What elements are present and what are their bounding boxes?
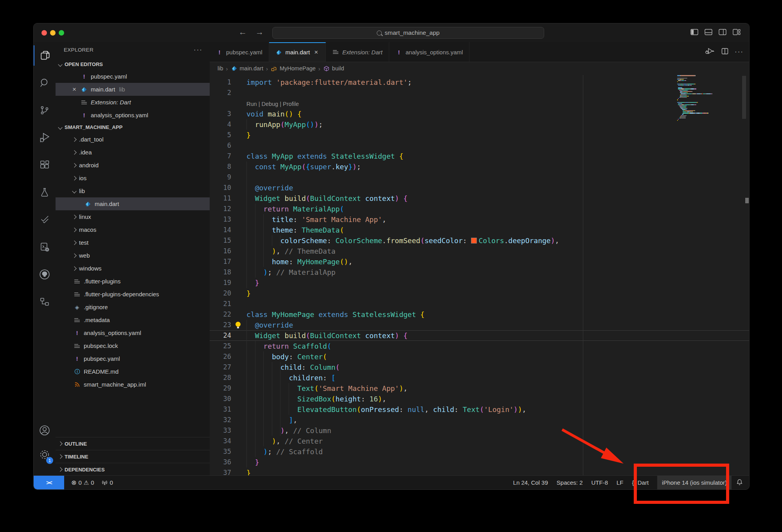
code-line-26[interactable]: 26 body: Center( bbox=[210, 351, 749, 362]
tree-file-flutterplugins[interactable]: .flutter-plugins bbox=[56, 275, 210, 288]
nav-forward-icon[interactable]: → bbox=[255, 27, 264, 37]
code-line-23[interactable]: 23 @override bbox=[210, 320, 749, 330]
activity-item-account[interactable] bbox=[34, 420, 56, 441]
code-line-32[interactable]: 32 ], bbox=[210, 415, 749, 425]
code-line-11[interactable]: 11 Widget build(BuildContext context) { bbox=[210, 193, 749, 204]
close-tab-icon[interactable]: × bbox=[313, 48, 319, 56]
sidebar-more-actions-icon[interactable]: ··· bbox=[194, 42, 203, 58]
tree-folder-web[interactable]: web bbox=[56, 249, 210, 262]
tree-folder-dart_tool[interactable]: .dart_tool bbox=[56, 133, 210, 146]
toggle-panel-icon[interactable] bbox=[705, 29, 712, 36]
ports-indicator[interactable]: 0 bbox=[101, 479, 113, 486]
code-line-9[interactable]: 9 bbox=[210, 172, 749, 183]
toggle-sidebar-icon[interactable] bbox=[690, 29, 698, 36]
activity-item-project-manager[interactable] bbox=[34, 292, 56, 312]
code-line-7[interactable]: 7class MyApp extends StatelessWidget { bbox=[210, 151, 749, 161]
color-swatch[interactable] bbox=[471, 238, 477, 244]
code-line-4[interactable]: 4 runApp(MyApp()); bbox=[210, 119, 749, 130]
code-line-12[interactable]: 12 return MaterialApp( bbox=[210, 204, 749, 214]
code-line-31[interactable]: 31 ElevatedButton(onPressed: null, child… bbox=[210, 404, 749, 415]
customize-layout-icon[interactable] bbox=[733, 29, 741, 36]
open-editor-item[interactable]: !analysis_options.yaml bbox=[56, 109, 210, 122]
code-line-10[interactable]: 10 @override bbox=[210, 183, 749, 193]
breadcrumb-item[interactable]: main.dart bbox=[231, 65, 263, 72]
code-line-24[interactable]: 24 Widget build(BuildContext context) { bbox=[210, 330, 749, 341]
activity-item-explorer[interactable] bbox=[34, 45, 56, 66]
code-line-22[interactable]: 22class MyHomePage extends StatelessWidg… bbox=[210, 309, 749, 320]
code-line-5[interactable]: 5} bbox=[210, 130, 749, 140]
status-item-utf-8[interactable]: UTF-8 bbox=[591, 479, 608, 486]
tab-maindart[interactable]: main.dart× bbox=[269, 42, 326, 62]
editor-more-actions-icon[interactable]: ··· bbox=[735, 48, 744, 56]
tree-file-maindart[interactable]: main.dart bbox=[56, 197, 210, 210]
tree-folder-android[interactable]: android bbox=[56, 159, 210, 172]
code-line-28[interactable]: 28 children: [ bbox=[210, 373, 749, 383]
sidebar-section-timeline[interactable]: TIMELINE bbox=[56, 450, 210, 463]
code-line-16[interactable]: 16 ), // ThemeData bbox=[210, 246, 749, 256]
code-line-18[interactable]: 18 ); // MaterialApp bbox=[210, 267, 749, 278]
code-line-36[interactable]: 36 } bbox=[210, 457, 749, 468]
tree-file-analysis_optionsyaml[interactable]: !analysis_options.yaml bbox=[56, 326, 210, 339]
code-line-15[interactable]: 15 colorScheme: ColorScheme.fromSeed(see… bbox=[210, 235, 749, 246]
code-line-29[interactable]: 29 Text('Smart Machine App'), bbox=[210, 383, 749, 394]
activity-item-source-control[interactable] bbox=[34, 100, 56, 120]
remote-indicator[interactable]: >< bbox=[34, 476, 64, 489]
lightbulb-icon[interactable] bbox=[235, 322, 241, 327]
tree-file-pubspeclock[interactable]: pubspec.lock bbox=[56, 339, 210, 352]
code-line-8[interactable]: 8 const MyApp({super.key}); bbox=[210, 161, 749, 172]
tree-folder-macos[interactable]: macos bbox=[56, 223, 210, 236]
code-line-14[interactable]: 14 theme: ThemeData( bbox=[210, 225, 749, 235]
status-item-spaces-2[interactable]: Spaces: 2 bbox=[557, 479, 583, 486]
code-line-19[interactable]: 19 } bbox=[210, 278, 749, 288]
open-editor-item[interactable]: ×main.dartlib bbox=[56, 83, 210, 96]
code-line-13[interactable]: 13 title: 'Smart Machine App', bbox=[210, 214, 749, 225]
tree-folder-windows[interactable]: windows bbox=[56, 262, 210, 275]
activity-item-search[interactable] bbox=[34, 73, 56, 93]
status-item-ln-24-col-39[interactable]: Ln 24, Col 39 bbox=[513, 479, 548, 486]
activity-item-extensions[interactable] bbox=[34, 155, 56, 175]
minimap[interactable] bbox=[677, 75, 727, 122]
code-line-17[interactable]: 17 home: MyHomePage(), bbox=[210, 256, 749, 267]
project-root-header[interactable]: SMART_MACHINE_APP bbox=[56, 122, 210, 133]
tree-folder-test[interactable]: test bbox=[56, 236, 210, 249]
tree-file-pubspecyaml[interactable]: !pubspec.yaml bbox=[56, 352, 210, 365]
editor-scrollbar[interactable] bbox=[742, 76, 746, 119]
codelens-row[interactable]: Run | Debug | Profile bbox=[210, 98, 749, 109]
tab-analysis_optionsyaml[interactable]: !analysis_options.yaml bbox=[389, 42, 470, 62]
sidebar-section-dependencies[interactable]: DEPENDENCIES bbox=[56, 463, 210, 476]
notifications-bell-icon[interactable] bbox=[736, 479, 743, 487]
sidebar-section-outline[interactable]: OUTLINE bbox=[56, 437, 210, 450]
code-line-25[interactable]: 25 return Scaffold( bbox=[210, 341, 749, 351]
activity-item-testing[interactable] bbox=[34, 182, 56, 202]
run-or-debug-icon[interactable] bbox=[705, 48, 715, 56]
code-line-34[interactable]: 34 ), // Center bbox=[210, 436, 749, 446]
tab-pubspecyaml[interactable]: !pubspec.yaml bbox=[210, 42, 269, 62]
code-line-1[interactable]: 1import 'package:flutter/material.dart'; bbox=[210, 77, 749, 88]
tab-ExtensionDart[interactable]: Extension: Dart bbox=[326, 42, 389, 62]
tree-file-metadata[interactable]: .metadata bbox=[56, 313, 210, 326]
tree-file-gitignore[interactable]: ◈.gitignore bbox=[56, 301, 210, 313]
command-center-search[interactable]: smart_machine_app bbox=[272, 27, 544, 39]
toggle-secondary-sidebar-icon[interactable] bbox=[719, 29, 726, 36]
tree-folder-lib[interactable]: lib bbox=[56, 184, 210, 197]
code-line-6[interactable]: 6 bbox=[210, 140, 749, 151]
window-minimize-button[interactable] bbox=[50, 30, 56, 36]
breadcrumb-item[interactable]: MyHomePage bbox=[271, 65, 316, 72]
activity-item-github[interactable] bbox=[34, 264, 56, 285]
tree-file-flutterpluginsdependencies[interactable]: .flutter-plugins-dependencies bbox=[56, 288, 210, 301]
code-line-30[interactable]: 30 SizedBox(height: 16), bbox=[210, 394, 749, 404]
code-line-20[interactable]: 20} bbox=[210, 288, 749, 299]
tree-folder-linux[interactable]: linux bbox=[56, 210, 210, 223]
code-line-27[interactable]: 27 child: Column( bbox=[210, 362, 749, 373]
status-item-lf[interactable]: LF bbox=[617, 479, 624, 486]
code-line-35[interactable]: 35 ); // Scaffold bbox=[210, 446, 749, 457]
open-editor-item[interactable]: Extension: Dart bbox=[56, 96, 210, 109]
status-item-iphone-14-ios-simulator-[interactable]: iPhone 14 (ios simulator) bbox=[657, 476, 732, 489]
code-line-3[interactable]: 3void main() { bbox=[210, 109, 749, 119]
close-editor-icon[interactable]: × bbox=[71, 86, 77, 93]
breadcrumb-item[interactable]: build bbox=[323, 65, 344, 72]
code-line-37[interactable]: 37} bbox=[210, 468, 749, 476]
code-line-33[interactable]: 33 ), // Column bbox=[210, 425, 749, 436]
code-editor[interactable]: 1import 'package:flutter/material.dart';… bbox=[210, 77, 749, 476]
tree-folder-idea[interactable]: .idea bbox=[56, 146, 210, 159]
